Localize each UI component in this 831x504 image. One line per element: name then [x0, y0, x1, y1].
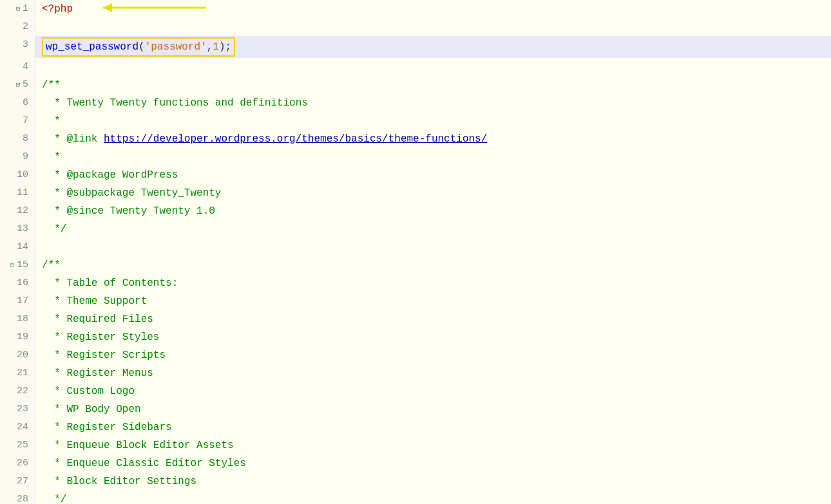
code-token: * @subpackage Twenty_Twenty — [42, 187, 221, 199]
code-line: 17 * Theme Support — [0, 292, 831, 310]
code-token: * @package WordPress — [42, 169, 178, 181]
code-line: 28 */ — [0, 490, 831, 504]
code-line: ⊟5/** — [0, 76, 831, 94]
fold-marker-icon[interactable] — [14, 149, 23, 165]
code-line: 25 * Enqueue Block Editor Assets — [0, 436, 831, 454]
code-line: 14 — [0, 238, 831, 256]
code-token: /** — [42, 259, 61, 271]
fold-marker-icon[interactable] — [8, 492, 17, 504]
fold-marker-icon[interactable] — [14, 19, 23, 35]
code-token: wp_set_password — [46, 41, 138, 53]
fold-marker-icon[interactable] — [8, 420, 17, 435]
code-line: 19 * Register Styles — [0, 328, 831, 346]
arrow-annotation-icon — [103, 0, 232, 17]
fold-marker-icon[interactable] — [14, 113, 23, 129]
line-number: 24 — [0, 418, 35, 436]
line-content: * @subpackage Twenty_Twenty — [35, 184, 831, 202]
fold-marker-icon[interactable] — [8, 203, 17, 219]
line-content: */ — [35, 490, 831, 504]
line-number: 21 — [0, 364, 35, 382]
fold-marker-icon[interactable] — [14, 131, 23, 147]
line-content: /** — [35, 76, 831, 94]
fold-marker-icon[interactable]: ⊟ — [14, 1, 23, 17]
fold-marker-icon[interactable] — [14, 37, 23, 53]
fold-marker-icon[interactable]: ⊟ — [8, 257, 17, 273]
fold-marker-icon[interactable] — [8, 366, 17, 381]
line-number: 19 — [0, 328, 35, 346]
code-token: * Block Editor Settings — [42, 476, 196, 487]
line-content — [35, 58, 831, 76]
code-token: * Theme Support — [42, 295, 147, 307]
line-number: 23 — [0, 400, 35, 418]
line-number: 14 — [0, 238, 35, 256]
fold-marker-icon[interactable] — [8, 167, 17, 183]
fold-marker-icon[interactable]: ⊟ — [14, 77, 23, 93]
line-number: 9 — [0, 148, 35, 166]
line-content: * — [35, 148, 831, 166]
fold-marker-icon[interactable] — [8, 275, 17, 291]
code-line: 3wp_set_password('password',1); — [0, 36, 831, 58]
line-number: 27 — [0, 472, 35, 490]
fold-marker-icon[interactable] — [8, 456, 17, 471]
line-content: * Twenty Twenty functions and definition… — [35, 94, 831, 112]
fold-marker-icon[interactable] — [8, 330, 17, 345]
line-content: * Register Menus — [35, 364, 831, 382]
code-token: * Register Menus — [42, 368, 153, 379]
line-number: 16 — [0, 274, 35, 292]
code-token: * Twenty Twenty functions and definition… — [42, 97, 308, 109]
fold-marker-icon[interactable] — [8, 348, 17, 363]
fold-marker-icon[interactable] — [8, 221, 17, 237]
code-line: 21 * Register Menus — [0, 364, 831, 382]
code-token: <?php — [42, 3, 73, 15]
code-token: */ — [42, 494, 66, 504]
fold-marker-icon[interactable] — [8, 294, 17, 309]
line-number: 26 — [0, 454, 35, 472]
line-number: 10 — [0, 166, 35, 184]
code-line: 22 * Custom Logo — [0, 382, 831, 400]
line-content: * Custom Logo — [35, 382, 831, 400]
code-line: 16 * Table of Contents: — [0, 274, 831, 292]
code-token: , — [207, 41, 213, 53]
line-number: 18 — [0, 310, 35, 328]
fold-marker-icon[interactable] — [8, 185, 17, 201]
line-content: * @package WordPress — [35, 166, 831, 184]
code-line: 7 * — [0, 112, 831, 130]
fold-marker-icon[interactable] — [8, 438, 17, 453]
line-number: 8 — [0, 130, 35, 148]
code-token: */ — [42, 223, 66, 235]
line-number: 17 — [0, 292, 35, 310]
line-content — [35, 238, 831, 256]
fold-marker-icon[interactable] — [14, 59, 23, 75]
line-content: /** — [35, 256, 831, 274]
line-content: * — [35, 112, 831, 130]
code-token: * WP Body Open — [42, 404, 141, 415]
code-line: 10 * @package WordPress — [0, 166, 831, 184]
line-content: * Table of Contents: — [35, 274, 831, 292]
line-content: * Required Files — [35, 310, 831, 328]
highlighted-code-box: wp_set_password('password',1); — [42, 37, 235, 57]
code-line: 6 * Twenty Twenty functions and definiti… — [0, 94, 831, 112]
code-link[interactable]: https://developer.wordpress.org/themes/b… — [104, 133, 487, 145]
fold-marker-icon[interactable] — [8, 239, 17, 255]
fold-marker-icon[interactable] — [8, 474, 17, 489]
code-line: ⊟1<?php — [0, 0, 831, 18]
line-content: */ — [35, 220, 831, 238]
line-content: * @since Twenty Twenty 1.0 — [35, 202, 831, 220]
code-token: * Register Sidebars — [42, 422, 172, 433]
fold-marker-icon[interactable] — [14, 95, 23, 111]
code-token: * @since Twenty Twenty 1.0 — [42, 205, 215, 217]
line-number: 28 — [0, 490, 35, 504]
code-line: 27 * Block Editor Settings — [0, 472, 831, 490]
code-token: * Register Scripts — [42, 350, 166, 361]
code-token: * — [42, 115, 61, 127]
line-content: <?php — [35, 0, 831, 18]
fold-marker-icon[interactable] — [8, 402, 17, 417]
line-number: 20 — [0, 346, 35, 364]
code-line: 4 — [0, 58, 831, 76]
code-token: * @link — [42, 133, 104, 145]
line-content: * Block Editor Settings — [35, 472, 831, 490]
fold-marker-icon[interactable] — [8, 312, 17, 327]
fold-marker-icon[interactable] — [8, 384, 17, 399]
code-line: 8 * @link https://developer.wordpress.or… — [0, 130, 831, 148]
code-token: ( — [138, 41, 145, 53]
